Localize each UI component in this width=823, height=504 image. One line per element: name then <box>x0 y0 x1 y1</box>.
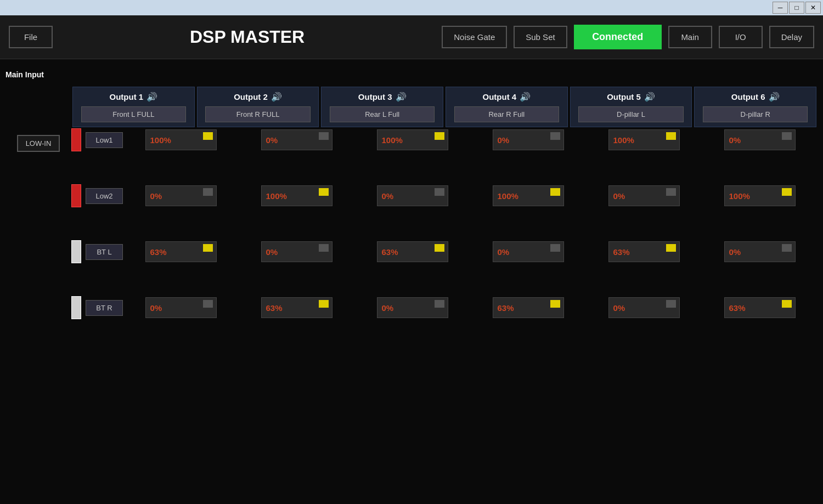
crosspoint-btn-r3-c6[interactable]: 0% <box>724 241 796 262</box>
crosspoint-btn-r1-c4[interactable]: 0% <box>493 129 564 150</box>
output-channel-btn-4[interactable]: Rear R Full <box>454 106 559 122</box>
crosspoint-btn-r2-c2[interactable]: 100% <box>261 185 332 206</box>
crosspoint-indicator-r1-c4 <box>550 132 560 140</box>
crosspoint-btn-r2-c5[interactable]: 0% <box>608 185 680 206</box>
crosspoint-value-r4-c3: 0% <box>382 303 394 313</box>
maximize-button[interactable]: □ <box>789 2 804 14</box>
crosspoint-indicator-r1-c3 <box>435 132 444 140</box>
delay-button[interactable]: Delay <box>769 26 814 48</box>
crosspoint-btn-r1-c1[interactable]: 100% <box>145 129 217 150</box>
output-col-3: Output 3🔊Rear L Full <box>321 87 443 127</box>
crosspoint-btn-r1-c2[interactable]: 0% <box>261 129 332 150</box>
crosspoint-btn-r3-c4[interactable]: 0% <box>493 241 564 262</box>
output-id-5: Output 5 <box>607 92 641 101</box>
crosspoint-indicator-r3-c6 <box>782 244 792 252</box>
crosspoints-row-2: 0%100%0%100%0%100% <box>123 185 818 206</box>
nav-bar: File DSP MASTER Noise Gate Sub Set Conne… <box>0 15 823 59</box>
crosspoint-btn-r3-c5[interactable]: 63% <box>608 241 680 262</box>
crosspoint-btn-r4-c6[interactable]: 63% <box>724 297 796 318</box>
output-col-4: Output 4🔊Rear R Full <box>446 87 568 127</box>
crosspoint-cell-r4-c1: 0% <box>124 297 238 318</box>
output-channel-btn-3[interactable]: Rear L Full <box>330 106 435 122</box>
crosspoint-value-r2-c4: 100% <box>498 191 518 201</box>
crosspoint-cell-r2-c6: 100% <box>703 185 816 206</box>
input-name-btn-2[interactable]: Low2 <box>86 188 123 204</box>
noise-gate-button[interactable]: Noise Gate <box>442 26 507 48</box>
crosspoint-btn-r2-c6[interactable]: 100% <box>724 185 796 206</box>
io-button[interactable]: I/O <box>719 26 763 48</box>
row-indicator-1 <box>71 128 81 151</box>
output-id-6: Output 6 <box>731 92 765 101</box>
low-in-button[interactable]: LOW-IN <box>17 135 60 152</box>
crosspoint-cell-r4-c3: 0% <box>356 297 469 318</box>
minimize-button[interactable]: ─ <box>773 2 788 14</box>
crosspoint-btn-r2-c4[interactable]: 100% <box>493 185 564 206</box>
crosspoint-indicator-r1-c6 <box>782 132 792 140</box>
connected-button[interactable]: Connected <box>574 25 662 49</box>
crosspoint-indicator-r4-c3 <box>435 300 444 308</box>
crosspoint-indicator-r2-c6 <box>782 188 792 196</box>
crosspoint-value-r3-c1: 63% <box>150 247 167 257</box>
crosspoint-cell-r4-c6: 63% <box>703 297 816 318</box>
crosspoint-btn-r3-c1[interactable]: 63% <box>145 241 217 262</box>
crosspoint-indicator-r1-c2 <box>319 132 329 140</box>
main-button[interactable]: Main <box>668 26 712 48</box>
crosspoints-row-4: 0%63%0%63%0%63% <box>123 297 818 318</box>
input-name-btn-3[interactable]: BT L <box>86 244 123 260</box>
crosspoint-indicator-r4-c6 <box>782 300 792 308</box>
close-button[interactable]: ✕ <box>805 2 821 14</box>
crosspoint-value-r2-c2: 100% <box>266 191 287 201</box>
crosspoint-cell-r2-c3: 0% <box>356 185 469 206</box>
crosspoint-value-r4-c6: 63% <box>729 303 746 313</box>
crosspoint-indicator-r1-c1 <box>203 132 213 140</box>
crosspoint-btn-r3-c2[interactable]: 0% <box>261 241 332 262</box>
crosspoint-value-r2-c5: 0% <box>613 191 625 201</box>
crosspoint-indicator-r3-c4 <box>550 244 560 252</box>
left-panel: LOW-IN <box>5 86 71 493</box>
crosspoint-indicator-r2-c5 <box>666 188 676 196</box>
crosspoint-btn-r1-c5[interactable]: 100% <box>608 129 680 150</box>
crosspoint-btn-r1-c3[interactable]: 100% <box>377 129 448 150</box>
crosspoint-cell-r1-c3: 100% <box>356 129 469 150</box>
crosspoint-btn-r4-c3[interactable]: 0% <box>377 297 448 318</box>
output-channel-btn-5[interactable]: D-pillar L <box>578 106 683 122</box>
crosspoint-btn-r4-c5[interactable]: 0% <box>608 297 680 318</box>
crosspoint-value-r1-c3: 100% <box>382 135 403 145</box>
crosspoint-cell-r1-c5: 100% <box>587 129 701 150</box>
title-bar: ─ □ ✕ <box>0 0 823 15</box>
crosspoint-btn-r2-c3[interactable]: 0% <box>377 185 448 206</box>
crosspoint-value-r3-c6: 0% <box>729 247 741 257</box>
input-name-btn-1[interactable]: Low1 <box>86 132 123 148</box>
input-row-2: Low20%100%0%100%0%100% <box>71 184 818 207</box>
crosspoint-indicator-r3-c5 <box>666 244 676 252</box>
output-id-3: Output 3 <box>358 92 392 101</box>
input-row-3: BT L63%0%63%0%63%0% <box>71 240 818 263</box>
output-header-5: Output 5🔊 <box>607 92 655 102</box>
crosspoint-btn-r1-c6[interactable]: 0% <box>724 129 796 150</box>
crosspoint-indicator-r4-c1 <box>203 300 213 308</box>
output-channel-btn-1[interactable]: Front L FULL <box>81 106 186 122</box>
crosspoint-btn-r4-c2[interactable]: 63% <box>261 297 332 318</box>
crosspoint-cell-r4-c4: 63% <box>471 297 585 318</box>
output-channel-btn-6[interactable]: D-pillar R <box>703 106 808 122</box>
input-name-btn-4[interactable]: BT R <box>86 300 123 316</box>
sub-set-button[interactable]: Sub Set <box>514 26 567 48</box>
speaker-icon-3: 🔊 <box>396 92 407 102</box>
app-title: DSP MASTER <box>70 27 424 47</box>
crosspoint-btn-r2-c1[interactable]: 0% <box>145 185 217 206</box>
crosspoint-indicator-r4-c2 <box>319 300 329 308</box>
crosspoint-value-r2-c3: 0% <box>382 191 394 201</box>
crosspoint-btn-r4-c4[interactable]: 63% <box>493 297 564 318</box>
crosspoint-btn-r3-c3[interactable]: 63% <box>377 241 448 262</box>
input-row-1: Low1100%0%100%0%100%0% <box>71 128 818 151</box>
speaker-icon-4: 🔊 <box>520 92 531 102</box>
outputs-row: Output 1🔊Front L FULLOutput 2🔊Front R FU… <box>71 86 818 128</box>
speaker-icon-5: 🔊 <box>644 92 655 102</box>
crosspoint-btn-r4-c1[interactable]: 0% <box>145 297 217 318</box>
crosspoint-cell-r2-c5: 0% <box>587 185 701 206</box>
file-button[interactable]: File <box>9 26 53 48</box>
output-channel-btn-2[interactable]: Front R FULL <box>205 106 310 122</box>
crosspoint-value-r3-c3: 63% <box>382 247 398 257</box>
crosspoint-value-r1-c1: 100% <box>150 135 171 145</box>
crosspoint-cell-r2-c2: 100% <box>240 185 353 206</box>
